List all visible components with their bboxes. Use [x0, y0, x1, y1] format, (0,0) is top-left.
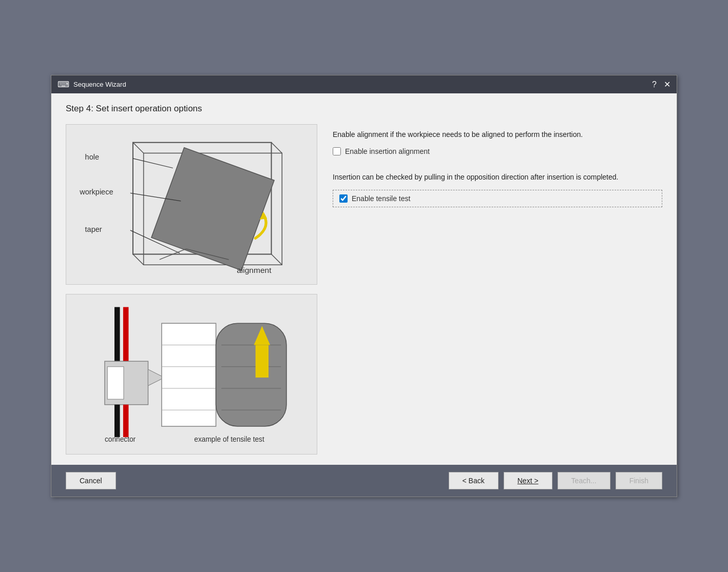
svg-line-10 — [133, 159, 173, 168]
footer-right-buttons: < Back Next > Teach... Finish — [449, 472, 662, 489]
title-bar-left: ⌨ Sequence Wizard — [58, 80, 126, 89]
tensile-option-section: Insertion can be checked by pulling in t… — [333, 172, 662, 207]
svg-line-3 — [133, 254, 144, 265]
alignment-diagram-box: hole workpiece taper alignment — [66, 124, 317, 285]
hole-label: hole — [85, 153, 99, 161]
cancel-button[interactable]: Cancel — [66, 472, 116, 489]
tensile-description: Insertion can be checked by pulling in t… — [333, 172, 662, 183]
svg-rect-16 — [107, 367, 124, 399]
svg-rect-14 — [123, 307, 129, 362]
svg-rect-25 — [216, 323, 286, 426]
teach-button[interactable]: Teach... — [558, 472, 610, 489]
alignment-checkbox-row: Enable insertion alignment — [333, 147, 662, 155]
window-title: Sequence Wizard — [73, 81, 126, 88]
tensile-example-label: example of tensile test — [194, 436, 264, 443]
workpiece-label: workpiece — [79, 188, 113, 196]
content-area: Step 4: Set insert operation options — [51, 93, 677, 465]
alignment-description: Enable alignment if the workpiece needs … — [333, 129, 662, 140]
svg-rect-31 — [256, 345, 269, 378]
alignment-label: alignment — [237, 266, 272, 274]
alignment-option-section: Enable alignment if the workpiece needs … — [333, 129, 662, 155]
svg-rect-6 — [151, 148, 274, 270]
help-button[interactable]: ? — [652, 81, 657, 89]
main-window: ⌨ Sequence Wizard ? ✕ Step 4: Set insert… — [51, 75, 677, 497]
step-title: Step 4: Set insert operation options — [66, 104, 662, 114]
svg-line-4 — [272, 254, 282, 265]
options-column: Enable alignment if the workpiece needs … — [333, 124, 662, 455]
alignment-checkbox-label[interactable]: Enable insertion alignment — [345, 147, 430, 155]
back-button[interactable]: < Back — [449, 472, 499, 489]
window-icon: ⌨ — [58, 80, 69, 89]
next-button[interactable]: Next > — [504, 472, 552, 489]
diagrams-column: hole workpiece taper alignment — [66, 124, 317, 455]
connector-label: connector — [105, 436, 136, 443]
svg-rect-20 — [162, 323, 216, 426]
svg-line-1 — [133, 143, 144, 153]
main-row: hole workpiece taper alignment — [66, 124, 662, 455]
tensile-checkbox-label[interactable]: Enable tensile test — [352, 194, 410, 203]
taper-label: taper — [85, 225, 102, 233]
next-label: Next > — [518, 477, 539, 485]
tensile-diagram: connector example of tensile test — [75, 302, 308, 445]
tensile-diagram-box: connector example of tensile test — [66, 294, 317, 455]
svg-line-2 — [272, 143, 282, 153]
tensile-checkbox-row: Enable tensile test — [333, 190, 662, 207]
svg-rect-17 — [114, 405, 120, 437]
finish-button[interactable]: Finish — [616, 472, 662, 489]
alignment-checkbox[interactable] — [333, 147, 341, 155]
title-bar: ⌨ Sequence Wizard ? ✕ — [51, 75, 677, 93]
tensile-checkbox[interactable] — [339, 194, 348, 203]
svg-rect-18 — [123, 405, 129, 437]
title-bar-controls: ? ✕ — [652, 81, 670, 89]
close-button[interactable]: ✕ — [664, 81, 670, 89]
footer: Cancel < Back Next > Teach... Finish — [51, 465, 677, 497]
svg-rect-13 — [114, 307, 120, 362]
alignment-diagram: hole workpiece taper alignment — [75, 132, 308, 275]
